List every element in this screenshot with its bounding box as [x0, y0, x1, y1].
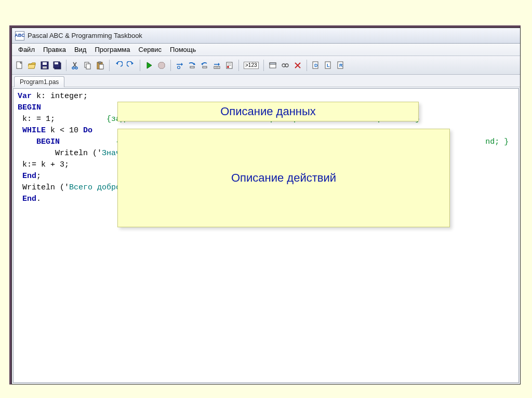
- cut-icon[interactable]: [70, 60, 81, 71]
- toolbar-separator: [109, 60, 110, 71]
- toolbar: >123 D L R: [12, 56, 520, 75]
- doc-r-icon[interactable]: R: [335, 60, 347, 71]
- toolbar-separator: [307, 60, 307, 71]
- window-title: Pascal ABC & Programming Taskbook: [28, 32, 142, 39]
- copy-icon[interactable]: [82, 60, 94, 71]
- stop-icon[interactable]: [156, 60, 167, 71]
- toolbar-separator: [238, 60, 239, 71]
- watch-icon[interactable]: [280, 60, 291, 71]
- doc-l-icon[interactable]: L: [323, 60, 334, 71]
- file-tab[interactable]: Program1.pas: [14, 76, 64, 87]
- save-all-icon[interactable]: [51, 60, 63, 71]
- svg-rect-17: [203, 66, 207, 68]
- svg-text:R: R: [339, 63, 343, 68]
- svg-rect-12: [98, 62, 101, 63]
- step-into-icon[interactable]: [187, 60, 198, 71]
- tabbar: Program1.pas: [12, 75, 520, 87]
- overlay-data-description: Описание данных: [117, 102, 419, 121]
- toolbar-separator: [140, 60, 140, 71]
- code-line: Var k: integer;: [18, 91, 518, 102]
- menubar: Файл Правка Вид Программа Сервис Помощь: [12, 44, 520, 56]
- new-file-icon[interactable]: [14, 60, 25, 71]
- svg-rect-26: [270, 63, 276, 64]
- breakpoint-icon[interactable]: [224, 60, 235, 71]
- run-to-cursor-icon[interactable]: [211, 60, 223, 71]
- step-out-icon[interactable]: [199, 60, 210, 71]
- svg-marker-14: [158, 62, 165, 68]
- svg-point-7: [72, 67, 74, 69]
- app-icon: ABC: [15, 31, 24, 40]
- open-file-icon[interactable]: [26, 60, 38, 71]
- toolbar-separator: [170, 60, 171, 71]
- doc-d-icon[interactable]: D: [310, 60, 322, 71]
- svg-point-28: [285, 64, 288, 67]
- paste-icon[interactable]: [95, 60, 106, 71]
- save-file-icon[interactable]: [39, 60, 50, 71]
- menu-service[interactable]: Сервис: [135, 44, 166, 55]
- menu-view[interactable]: Вид: [70, 44, 91, 55]
- menu-file[interactable]: Файл: [14, 44, 39, 55]
- step-over-icon[interactable]: [174, 60, 185, 71]
- svg-point-24: [227, 66, 229, 68]
- svg-point-15: [178, 66, 180, 68]
- svg-point-8: [75, 67, 77, 69]
- menu-help[interactable]: Помощь: [166, 44, 200, 55]
- window-icon[interactable]: [267, 60, 278, 71]
- svg-text:D: D: [314, 63, 318, 68]
- titlebar: ABC Pascal ABC & Programming Taskbook: [12, 28, 520, 44]
- svg-rect-2: [43, 62, 47, 65]
- svg-rect-3: [43, 66, 47, 68]
- redo-icon[interactable]: [125, 60, 137, 71]
- run-icon[interactable]: [143, 60, 155, 71]
- toolbar-separator: [263, 60, 264, 71]
- delete-icon[interactable]: [292, 60, 303, 71]
- goto-line-icon[interactable]: >123: [242, 60, 260, 71]
- svg-point-27: [282, 64, 285, 67]
- svg-text:L: L: [327, 63, 330, 68]
- toolbar-separator: [66, 60, 66, 71]
- svg-rect-16: [190, 66, 194, 68]
- svg-rect-10: [86, 64, 90, 69]
- undo-icon[interactable]: [113, 60, 124, 71]
- svg-rect-6: [55, 62, 58, 64]
- overlay-actions-description: Описание действий: [117, 129, 450, 227]
- menu-edit[interactable]: Правка: [39, 44, 70, 55]
- svg-rect-13: [99, 64, 103, 69]
- menu-program[interactable]: Программа: [90, 44, 134, 55]
